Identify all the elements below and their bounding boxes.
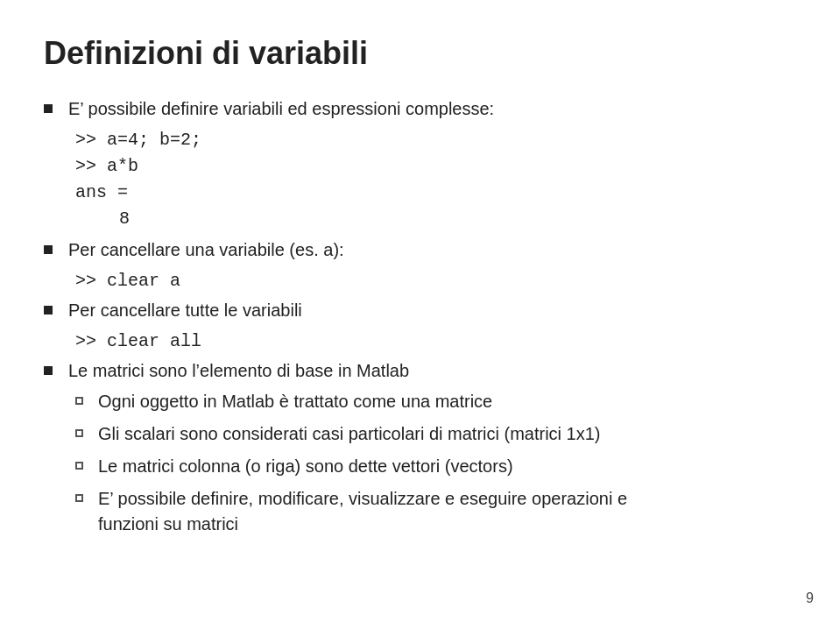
- bullet-text: Gli scalari sono considerati casi partic…: [98, 421, 601, 447]
- list-item: E’ possibile definire variabili ed espre…: [44, 96, 796, 122]
- list-item: Ogni oggetto in Matlab è trattato come u…: [75, 389, 796, 414]
- list-item: Le matrici colonna (o riga) sono dette v…: [75, 454, 796, 479]
- slide-title: Definizioni di variabili: [44, 35, 796, 72]
- page-number: 9: [806, 590, 814, 606]
- content-area: E’ possibile definire variabili ed espre…: [44, 96, 796, 542]
- bullet-text: Le matrici colonna (o riga) sono dette v…: [98, 454, 513, 479]
- checkbox-bullet-icon: [75, 490, 98, 502]
- list-item: E’ possibile definire, modificare, visua…: [75, 486, 796, 537]
- list-item: Per cancellare tutte le variabili: [44, 298, 796, 323]
- bullet-text: Ogni oggetto in Matlab è trattato come u…: [98, 389, 492, 414]
- bullet-text: Le matrici sono l’elemento di base in Ma…: [68, 358, 409, 384]
- square-bullet-icon: [44, 362, 68, 375]
- bullet-text: Per cancellare una variabile (es. a):: [68, 237, 344, 263]
- square-bullet-icon: [44, 241, 68, 254]
- list-item: Le matrici sono l’elemento di base in Ma…: [44, 358, 796, 384]
- code-line-4: 8: [119, 206, 796, 232]
- code-block: >> clear all: [75, 329, 796, 355]
- code-line-1: >> a=4; b=2;: [75, 127, 796, 153]
- square-bullet-icon: [44, 301, 68, 315]
- list-item: Gli scalari sono considerati casi partic…: [75, 421, 796, 447]
- bullet-text: E’ possibile definire variabili ed espre…: [68, 96, 494, 122]
- checkbox-bullet-icon: [75, 425, 98, 437]
- code-line-2: >> a*b: [75, 153, 796, 180]
- code-block: >> clear a: [75, 268, 796, 294]
- list-item: Per cancellare una variabile (es. a):: [44, 237, 796, 263]
- bullet-text: E’ possibile definire, modificare, visua…: [98, 486, 627, 537]
- bullet-text: Per cancellare tutte le variabili: [68, 298, 302, 323]
- code-line-3: ans =: [75, 180, 796, 206]
- checkbox-bullet-icon: [75, 392, 98, 405]
- sub-bullets: Ogni oggetto in Matlab è trattato come u…: [75, 389, 796, 542]
- code-block: >> a=4; b=2; >> a*b ans = 8: [75, 127, 796, 232]
- code-line-5: >> clear a: [75, 268, 796, 294]
- checkbox-bullet-icon: [75, 457, 98, 470]
- square-bullet-icon: [44, 100, 68, 113]
- slide: Definizioni di variabili E’ possibile de…: [0, 0, 840, 622]
- code-line-6: >> clear all: [75, 329, 796, 355]
